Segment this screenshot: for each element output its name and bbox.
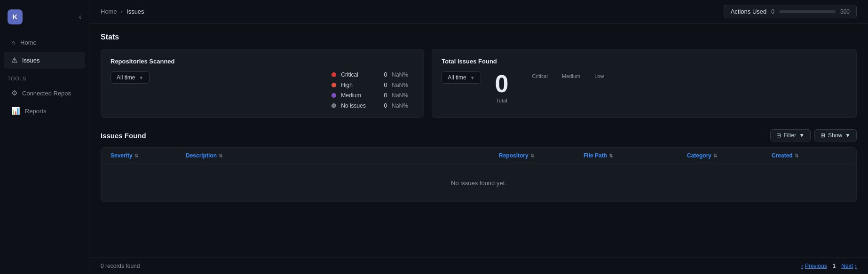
total-dropdown-label: All time — [448, 74, 466, 81]
high-count: 0 — [378, 82, 387, 88]
empty-message: No issues found yet. — [437, 165, 521, 201]
breakdown-low-label: Low — [594, 73, 604, 79]
severity-row-medium: Medium 0 NaN% — [331, 92, 414, 99]
high-percent: NaN% — [392, 82, 414, 88]
actions-used-progress-bar — [779, 10, 836, 13]
filter-icon: ⊟ — [776, 132, 781, 139]
next-label: Next — [841, 263, 853, 269]
total-number-section: 0 Total — [495, 71, 509, 103]
severity-row-critical: Critical 0 NaN% — [331, 71, 414, 78]
col-description[interactable]: Description ⇅ — [186, 152, 499, 159]
critical-count: 0 — [378, 71, 387, 78]
severity-list: Critical 0 NaN% High 0 NaN% Medium — [331, 71, 414, 109]
sidebar-item-reports[interactable]: 📊 Reports — [4, 102, 85, 119]
total-breakdown: Critical Medium Low — [532, 71, 604, 83]
collapse-sidebar-button[interactable]: ‹ — [79, 13, 81, 21]
repos-time-dropdown[interactable]: All time ▼ — [110, 71, 150, 84]
col-category-label: Category — [687, 152, 711, 159]
total-card-title: Total Issues Found — [442, 58, 847, 65]
show-button[interactable]: ⊞ Show ▼ — [814, 129, 857, 141]
noissues-percent: NaN% — [392, 102, 414, 109]
sidebar: K ‹ ⌂ Home ⚠ Issues Tools ⚙ Connected Re… — [0, 0, 89, 274]
table-body: No issues found yet. — [101, 164, 856, 202]
breadcrumb-home[interactable]: Home — [101, 8, 117, 15]
stats-row: Repositories Scanned All time ▼ Critical… — [101, 49, 857, 118]
filter-button[interactable]: ⊟ Filter ▼ — [770, 129, 811, 141]
sidebar-item-home-label: Home — [20, 39, 37, 46]
actions-used-current: 0 — [771, 8, 774, 15]
total-big-number: 0 — [495, 71, 509, 96]
records-info: 0 records found — [101, 263, 140, 269]
breadcrumb-separator: › — [121, 8, 123, 15]
actions-used-widget: Actions Used 0 500 — [724, 5, 857, 18]
total-card-body: All time ▼ 0 Total Critical — [442, 71, 847, 103]
breakdown-critical-label: Critical — [532, 73, 548, 79]
breakdown-low: Low — [594, 71, 604, 79]
app-logo: K — [8, 9, 23, 24]
filter-dropdown-icon: ▼ — [799, 132, 805, 139]
show-dropdown-icon: ▼ — [845, 132, 851, 139]
breadcrumb: Home › Issues — [101, 8, 144, 15]
critical-percent: NaN% — [392, 71, 414, 78]
col-description-label: Description — [186, 152, 217, 159]
sidebar-item-issues-label: Issues — [22, 57, 40, 64]
reports-icon: 📊 — [11, 107, 20, 115]
noissues-count: 0 — [378, 102, 387, 109]
repos-card-title: Repositories Scanned — [110, 58, 414, 65]
show-button-label: Show — [828, 132, 842, 139]
critical-dot — [331, 72, 336, 77]
pagination: ‹ Previous 1 Next › — [801, 263, 857, 269]
header-actions: ⊟ Filter ▼ ⊞ Show ▼ — [770, 129, 857, 141]
breakdown-critical: Critical — [532, 71, 548, 79]
total-issues-card: Total Issues Found All time ▼ 0 Total Cr… — [432, 49, 857, 118]
total-time-dropdown[interactable]: All time ▼ — [442, 71, 481, 84]
breakdown-medium: Medium — [562, 71, 580, 79]
records-label: records found — [105, 263, 140, 269]
sort-severity-icon: ⇅ — [134, 153, 138, 158]
actions-used-label: Actions Used — [731, 8, 767, 15]
repos-scanned-card: Repositories Scanned All time ▼ Critical… — [101, 49, 424, 118]
sort-description-icon: ⇅ — [219, 153, 222, 158]
previous-label: Previous — [805, 263, 827, 269]
page-content: Stats Repositories Scanned All time ▼ Cr… — [89, 23, 868, 258]
records-count: 0 — [101, 263, 104, 269]
col-category[interactable]: Category ⇅ — [687, 152, 772, 159]
total-dropdown-arrow-icon: ▼ — [470, 75, 475, 80]
main-content: Home › Issues Actions Used 0 500 Stats R… — [89, 0, 868, 274]
col-file-path[interactable]: File Path ⇅ — [584, 152, 687, 159]
next-arrow-icon: › — [855, 263, 857, 269]
sidebar-item-issues[interactable]: ⚠ Issues — [4, 52, 85, 69]
repos-dropdown-label: All time — [117, 74, 135, 81]
issues-table: Severity ⇅ Description ⇅ Repository ⇅ Fi… — [101, 147, 857, 202]
medium-count: 0 — [378, 92, 387, 99]
sidebar-item-home[interactable]: ⌂ Home — [4, 34, 85, 51]
next-button[interactable]: Next › — [841, 263, 857, 269]
stats-section-title: Stats — [101, 33, 857, 41]
previous-button[interactable]: ‹ Previous — [801, 263, 827, 269]
noissues-label: No issues — [341, 102, 373, 109]
issues-found-title: Issues Found — [101, 132, 146, 140]
medium-label: Medium — [341, 92, 373, 99]
footer: 0 records found ‹ Previous 1 Next › — [89, 258, 868, 274]
high-label: High — [341, 82, 373, 88]
sort-created-icon: ⇅ — [795, 153, 798, 158]
total-label: Total — [496, 98, 507, 103]
sort-category-icon: ⇅ — [713, 153, 717, 158]
high-dot — [331, 83, 336, 87]
col-repository[interactable]: Repository ⇅ — [499, 152, 584, 159]
home-icon: ⌂ — [11, 39, 16, 47]
sidebar-header: K ‹ — [0, 6, 89, 34]
medium-percent: NaN% — [392, 92, 414, 99]
sidebar-item-connected-repos[interactable]: ⚙ Connected Repos — [4, 85, 85, 102]
tools-section-label: Tools — [0, 69, 89, 84]
col-severity[interactable]: Severity ⇅ — [110, 152, 186, 159]
breakdown-medium-label: Medium — [562, 73, 580, 79]
col-created[interactable]: Created ⇅ — [772, 152, 847, 159]
col-severity-label: Severity — [110, 152, 133, 159]
filter-button-label: Filter — [784, 132, 797, 139]
connected-repos-icon: ⚙ — [11, 89, 17, 97]
col-file-path-label: File Path — [584, 152, 607, 159]
topbar: Home › Issues Actions Used 0 500 — [89, 0, 868, 23]
previous-arrow-icon: ‹ — [801, 263, 803, 269]
actions-used-max: 500 — [840, 8, 850, 15]
